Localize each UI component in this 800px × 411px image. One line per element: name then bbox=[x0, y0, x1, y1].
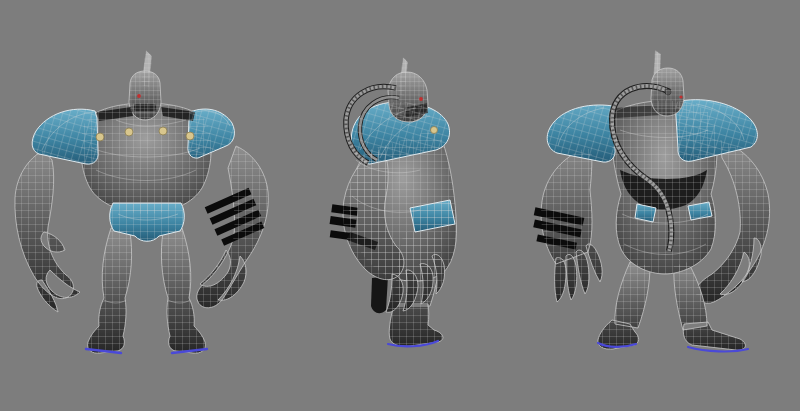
medallion-icon bbox=[186, 132, 194, 140]
medallion-icon bbox=[96, 133, 104, 141]
red-eye-icon bbox=[679, 95, 682, 98]
medallion-icon bbox=[125, 128, 133, 136]
medallion-icon bbox=[159, 127, 167, 135]
side-rear-claw bbox=[371, 276, 388, 313]
viewport-canvas[interactable] bbox=[0, 0, 800, 411]
viewport[interactable] bbox=[0, 0, 800, 411]
medallion-icon bbox=[431, 127, 438, 134]
red-eye-icon bbox=[137, 94, 141, 98]
red-eye-icon bbox=[419, 97, 423, 101]
